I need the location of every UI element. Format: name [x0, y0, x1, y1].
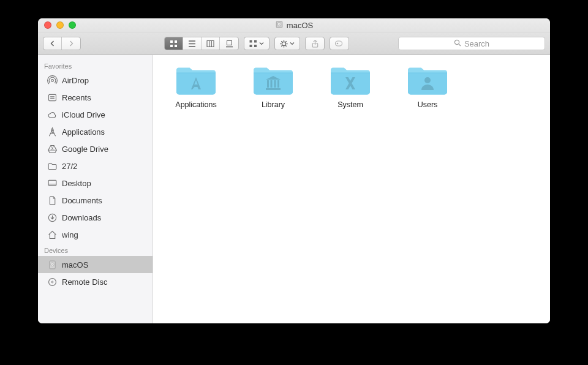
sidebar-label: AirDrop	[62, 76, 89, 85]
sidebar-item-airdrop[interactable]: AirDrop	[38, 72, 153, 89]
folder-icon	[251, 64, 295, 97]
sidebar-item-google-drive[interactable]: Google Drive	[38, 140, 153, 157]
action-dropdown[interactable]	[274, 37, 300, 50]
hdd-icon	[47, 259, 58, 270]
sidebar-item-remote-disc[interactable]: Remote Disc	[38, 273, 153, 290]
folder-icon	[405, 64, 450, 97]
svg-rect-38	[271, 80, 273, 88]
svg-rect-29	[48, 180, 56, 186]
sidebar-item-wing[interactable]: wing	[38, 226, 153, 243]
googledrive-icon	[47, 143, 58, 154]
svg-rect-12	[254, 45, 257, 47]
documents-icon	[47, 195, 58, 206]
view-switcher	[164, 37, 239, 50]
svg-rect-36	[266, 88, 281, 90]
sidebar-item-desktop[interactable]: Desktop	[38, 175, 153, 192]
svg-line-19	[285, 45, 286, 46]
svg-point-13	[282, 42, 285, 45]
sidebar-item-27-2[interactable]: 27/2	[38, 157, 153, 175]
window-title: macOS	[38, 20, 550, 31]
svg-point-41	[424, 77, 431, 83]
sidebar-label: Google Drive	[62, 145, 108, 154]
sidebar-header-favorites: Favorites	[38, 59, 153, 72]
folder-users[interactable]: Users	[396, 64, 459, 109]
list-view-button[interactable]	[183, 37, 202, 50]
svg-line-20	[281, 45, 282, 46]
svg-rect-10	[254, 40, 257, 42]
svg-rect-5	[170, 45, 173, 47]
sidebar-item-macos[interactable]: macOS	[38, 256, 153, 273]
sidebar-item-icloud[interactable]: iCloud Drive	[38, 106, 153, 123]
svg-point-35	[51, 281, 53, 283]
group-dropdown[interactable]	[244, 37, 270, 50]
toolbar: Search	[38, 32, 550, 55]
sidebar-item-documents[interactable]: Documents	[38, 192, 153, 209]
icon-view-button[interactable]	[165, 37, 183, 50]
forward-button[interactable]	[62, 37, 80, 50]
svg-rect-6	[175, 45, 177, 47]
icloud-icon	[47, 109, 58, 120]
sidebar-label: Documents	[62, 196, 102, 205]
svg-line-26	[459, 44, 461, 46]
search-placeholder: Search	[464, 39, 489, 48]
finder-window: macOS	[38, 18, 550, 323]
folder-label: System	[337, 100, 363, 109]
svg-rect-7	[207, 40, 214, 47]
back-button[interactable]	[43, 37, 62, 50]
column-view-button[interactable]	[202, 37, 220, 50]
search-field[interactable]: Search	[398, 37, 545, 50]
svg-rect-28	[48, 94, 56, 100]
sidebar-label: Remote Disc	[62, 277, 107, 287]
sidebar-label: macOS	[62, 260, 88, 269]
sidebar-label: Desktop	[62, 179, 91, 188]
sidebar-label: Recents	[62, 93, 91, 102]
svg-point-2	[279, 23, 280, 24]
window-title-text: macOS	[287, 21, 313, 30]
hdd-icon	[275, 20, 284, 31]
sidebar-item-applications[interactable]: Applications	[38, 123, 153, 140]
svg-rect-8	[227, 40, 232, 45]
sidebar-label: wing	[62, 230, 78, 239]
svg-rect-4	[175, 40, 177, 43]
disc-icon	[47, 276, 58, 287]
search-icon	[454, 39, 461, 48]
gallery-view-button[interactable]	[220, 37, 238, 50]
sidebar-item-downloads[interactable]: Downloads	[38, 209, 153, 226]
sidebar: Favorites AirDrop Recents iCloud Drive A…	[38, 55, 153, 323]
home-icon	[47, 229, 58, 240]
sidebar-label: 27/2	[62, 162, 77, 171]
svg-line-21	[285, 41, 286, 42]
svg-line-18	[281, 41, 282, 42]
body: Favorites AirDrop Recents iCloud Drive A…	[38, 55, 550, 323]
sidebar-label: Downloads	[62, 213, 101, 222]
svg-point-33	[51, 263, 53, 265]
svg-point-25	[454, 40, 459, 44]
folder-label: Applications	[175, 100, 216, 109]
content-area[interactable]: Applications	[153, 55, 550, 323]
folder-system[interactable]: System	[318, 64, 382, 109]
sidebar-item-recents[interactable]: Recents	[38, 89, 153, 106]
svg-rect-9	[250, 40, 252, 42]
titlebar: macOS	[38, 18, 550, 32]
airdrop-icon	[47, 75, 58, 86]
svg-point-34	[48, 278, 56, 285]
sidebar-label: Applications	[62, 127, 105, 137]
folder-library[interactable]: Library	[241, 64, 305, 109]
sidebar-header-devices: Devices	[38, 243, 153, 256]
svg-rect-40	[277, 80, 279, 88]
applications-icon	[47, 126, 58, 137]
svg-rect-11	[250, 45, 252, 47]
downloads-icon	[47, 212, 58, 223]
folder-label: Users	[418, 100, 438, 109]
tags-button[interactable]	[330, 37, 349, 50]
svg-rect-37	[267, 80, 269, 88]
svg-rect-39	[274, 80, 276, 88]
svg-rect-3	[170, 40, 173, 43]
desktop-icon	[47, 178, 58, 189]
svg-rect-23	[335, 41, 342, 46]
folder-icon	[174, 64, 218, 97]
folder-applications[interactable]: Applications	[164, 64, 228, 109]
sidebar-label: iCloud Drive	[62, 110, 105, 119]
folder-label: Library	[262, 100, 285, 109]
share-button[interactable]	[305, 37, 325, 50]
